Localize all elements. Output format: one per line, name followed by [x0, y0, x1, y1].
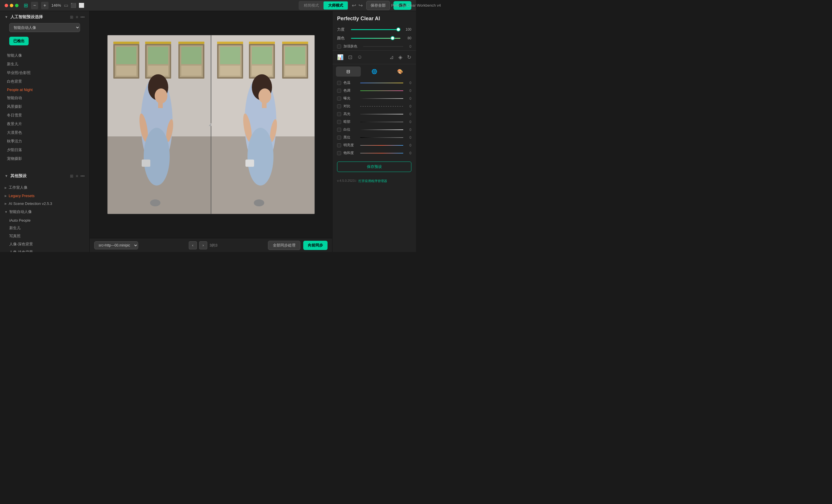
tint-slider[interactable]: [360, 90, 403, 91]
left-panel: ▼ 人工智能预设选择 ⊞ ≡ ••• 智能自动人像 已检出 智能人像 新生儿 毕…: [0, 11, 89, 252]
tab-presets[interactable]: 🌐: [362, 67, 387, 77]
other-grid-icon[interactable]: ⊞: [70, 174, 73, 178]
batch-sync-button[interactable]: 全部同步处理: [268, 241, 301, 250]
temp-slider[interactable]: [360, 83, 403, 83]
svg-rect-38: [252, 65, 272, 76]
sat-label: 饱和度: [343, 151, 358, 156]
color-label: 颜色: [337, 35, 349, 41]
face-icon[interactable]: ☺: [357, 54, 362, 60]
preset-item-white-bg[interactable]: 白色背景: [0, 77, 89, 86]
sub-item-light-bg[interactable]: 人像-浅色背景: [0, 248, 89, 252]
preset-item-snow[interactable]: 冬日雪景: [0, 111, 89, 120]
color-thumb[interactable]: [391, 36, 395, 40]
app-manager-link[interactable]: 打开应用程序管理器: [359, 179, 387, 183]
preset-item-people-night[interactable]: People at Night: [0, 86, 89, 94]
preset-item-pet[interactable]: 宠物摄影: [0, 154, 89, 163]
detected-btn-container: 已检出: [0, 37, 89, 51]
next-page-button[interactable]: ›: [199, 241, 207, 249]
preset-item-graduation[interactable]: 毕业照/合影照: [0, 69, 89, 77]
vibrance-checkbox[interactable]: [337, 143, 341, 148]
contrast-checkbox[interactable]: [337, 104, 341, 108]
minimize-button[interactable]: [10, 4, 13, 7]
group-studio-portrait[interactable]: ▶ 工作室人像: [0, 183, 89, 192]
expo-value: 0: [406, 97, 411, 101]
after-image: [211, 35, 314, 214]
group-legacy-presets[interactable]: ▶ Legacy Presets: [0, 192, 89, 200]
sync-forward-button[interactable]: 向前同步: [303, 241, 328, 250]
other-list-icon[interactable]: ≡: [76, 174, 78, 178]
white-checkbox[interactable]: [337, 128, 341, 132]
view-split-icon[interactable]: ⬛: [71, 3, 76, 8]
crop-icon[interactable]: ⊡: [348, 54, 353, 60]
zoom-in-button[interactable]: +: [41, 2, 48, 9]
other-section-chevron: ▼: [5, 174, 8, 178]
sat-slider[interactable]: [360, 153, 403, 154]
shadow-slider[interactable]: [360, 122, 403, 122]
preset-item-desert[interactable]: 大漠景色: [0, 128, 89, 137]
levels-icon[interactable]: 📊: [337, 54, 343, 60]
tint-checkbox[interactable]: [337, 89, 341, 93]
preset-item-landscape[interactable]: 风景摄影: [0, 102, 89, 111]
list-view-icon[interactable]: ≡: [76, 15, 78, 19]
sub-item-iauto[interactable]: iAuto People: [0, 217, 89, 224]
master-mode-button[interactable]: 大师模式: [323, 1, 348, 9]
tab-sliders[interactable]: ⊟: [336, 67, 361, 77]
ai-section-header[interactable]: ▼ 人工智能预设选择 ⊞ ≡ •••: [0, 11, 89, 22]
enhance-skin-checkbox[interactable]: [337, 45, 341, 49]
black-slider[interactable]: [360, 137, 403, 138]
contrast-slider[interactable]: [360, 106, 403, 107]
view-single-icon[interactable]: ▭: [64, 3, 68, 8]
undo-button[interactable]: ↩: [352, 2, 356, 9]
sub-item-dark-bg[interactable]: 人像-深色背景: [0, 240, 89, 248]
enhance-skin-slider[interactable]: [363, 46, 403, 47]
canvas-area: [89, 11, 332, 238]
ai-section-header-left: ▼ 人工智能预设选择: [5, 15, 43, 20]
other-more-icon[interactable]: •••: [80, 174, 85, 178]
expo-checkbox[interactable]: [337, 97, 341, 101]
file-selector[interactable]: src=http---00.minipic: [94, 241, 138, 249]
more-options-icon[interactable]: •••: [80, 15, 85, 19]
expo-slider[interactable]: [360, 98, 403, 99]
preset-item-autumn[interactable]: 秋季活力: [0, 137, 89, 145]
tab-effects[interactable]: 🎨: [388, 67, 413, 77]
strength-slider[interactable]: [351, 29, 400, 30]
prev-page-button[interactable]: ‹: [189, 241, 197, 249]
mode-switcher: 精简模式 大师模式: [298, 1, 348, 10]
group-smart-auto-portrait[interactable]: ▼ 智能自动人像: [0, 208, 89, 216]
rotate-icon[interactable]: ↻: [407, 54, 411, 60]
save-preset-button[interactable]: 保存预设: [337, 162, 411, 172]
simple-mode-button[interactable]: 精简模式: [299, 1, 323, 9]
detected-button[interactable]: 已检出: [9, 37, 29, 45]
black-checkbox[interactable]: [337, 136, 341, 139]
exposure-icon[interactable]: ⊿: [389, 54, 394, 60]
highlight-slider[interactable]: [360, 114, 403, 114]
view-grid-icon[interactable]: ⬜: [79, 3, 84, 8]
close-button[interactable]: [5, 4, 8, 7]
preset-item-newborn[interactable]: 新生儿: [0, 60, 89, 69]
toolbar-left: ⊞ − + 146% ▭ ⬛ ⬜: [5, 2, 84, 9]
temp-checkbox[interactable]: [337, 81, 341, 85]
preset-item-sunset[interactable]: 夕阳日落: [0, 145, 89, 154]
color-slider[interactable]: [351, 38, 400, 39]
sub-item-portrait-photo[interactable]: 写真照: [0, 232, 89, 240]
redo-button[interactable]: ↪: [359, 2, 363, 9]
preset-item-smart-auto[interactable]: 智能自动: [0, 94, 89, 102]
maximize-button[interactable]: [15, 4, 19, 7]
group-ai-scene[interactable]: ▶ AI Scene Detection v2.5.3: [0, 200, 89, 208]
sat-checkbox[interactable]: [337, 151, 341, 155]
highlight-checkbox[interactable]: [337, 112, 341, 116]
sub-item-newborn[interactable]: 新生儿: [0, 224, 89, 232]
adj-row-vibrance: 明亮度 0: [333, 141, 416, 149]
white-slider[interactable]: [360, 130, 403, 130]
shadow-checkbox[interactable]: [337, 120, 341, 124]
preset-item-smart-portrait[interactable]: 智能人像: [0, 51, 89, 60]
other-section-header[interactable]: ▼ 其他预设 ⊞ ≡ •••: [0, 170, 89, 181]
ai-preset-select[interactable]: 智能自动人像: [9, 23, 80, 32]
color-icon[interactable]: ◈: [398, 54, 402, 60]
preset-item-night[interactable]: 夜景大片: [0, 120, 89, 128]
strength-thumb[interactable]: [396, 27, 400, 31]
grid-view-icon[interactable]: ⊞: [70, 15, 73, 19]
zoom-out-button[interactable]: −: [31, 2, 38, 9]
save-all-button[interactable]: 保存全部: [366, 1, 390, 10]
vibrance-slider[interactable]: [360, 145, 403, 145]
